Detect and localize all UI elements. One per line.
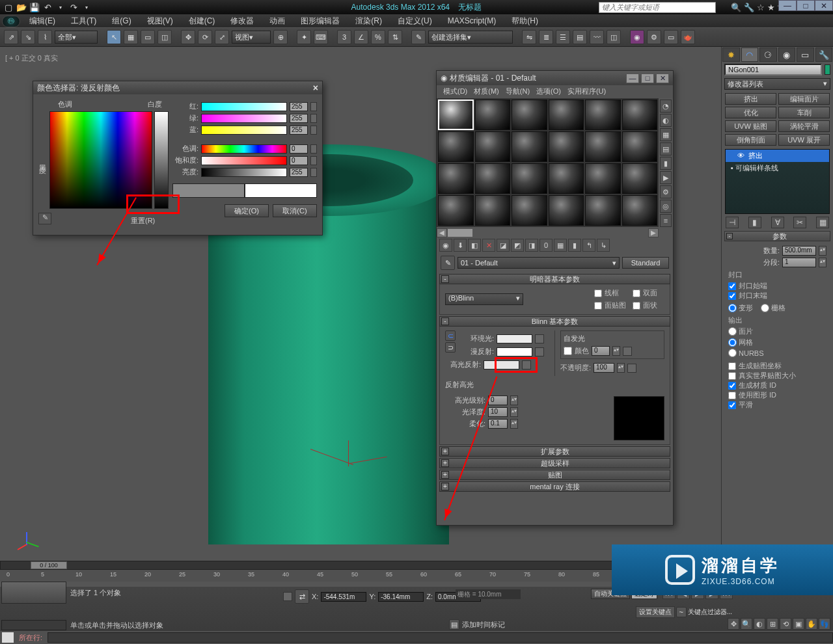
angsnap-icon[interactable]: ∠ — [354, 30, 368, 44]
select-icon[interactable]: ↖ — [107, 30, 121, 44]
fov-icon[interactable]: ◐ — [754, 618, 765, 630]
supersample-rollout[interactable]: +超级采样 — [439, 458, 670, 468]
colorsel-title[interactable]: 颜色选择器: 漫反射颜色× — [33, 81, 322, 94]
backlight-icon[interactable]: ◐ — [660, 114, 672, 127]
diffuse-map-btn[interactable] — [535, 347, 544, 356]
btn-extrude[interactable]: 挤出 — [725, 93, 776, 105]
render-setup-icon[interactable]: ⚙ — [647, 30, 661, 44]
redo-icon[interactable]: ↷ — [68, 1, 79, 13]
assign-mat-icon[interactable]: ◧ — [468, 239, 481, 252]
val-slider[interactable] — [201, 168, 287, 177]
medit-menu-utils[interactable]: 实用程序(U) — [565, 87, 608, 97]
green-value[interactable]: 255 — [290, 114, 308, 123]
layers-icon[interactable]: ☰ — [556, 30, 570, 44]
menu-modifiers[interactable]: 修改器 — [224, 14, 260, 28]
unlink-icon[interactable]: ⇘ — [21, 30, 35, 44]
eyedropper-icon[interactable]: ✎ — [38, 213, 51, 224]
unique-icon[interactable]: ∀ — [771, 217, 784, 228]
colorsel-close-button[interactable]: × — [313, 83, 318, 93]
show-end-icon[interactable]: ▮ — [748, 217, 761, 228]
put-lib-icon[interactable]: ◨ — [525, 239, 538, 252]
keyfilter-button[interactable]: 关键点过滤器... — [688, 608, 732, 617]
medit-min-button[interactable]: — — [626, 74, 639, 83]
sample-slot[interactable] — [622, 100, 658, 130]
material-editor-icon[interactable]: ◉ — [630, 30, 644, 44]
select-name-icon[interactable]: ▦ — [124, 30, 138, 44]
shapeid-check[interactable] — [728, 392, 736, 399]
opacity-spinner[interactable]: 100 — [594, 363, 614, 373]
menu-script[interactable]: MAXScript(M) — [441, 15, 503, 27]
script-listener[interactable] — [1, 620, 66, 630]
close-button[interactable]: ✕ — [815, 0, 833, 11]
manip-icon[interactable]: ✦ — [297, 30, 311, 44]
tab-motion[interactable]: ◉ — [778, 47, 796, 62]
reset-button[interactable]: 重置(R) — [131, 216, 155, 226]
object-name-field[interactable] — [724, 64, 822, 75]
options-icon[interactable]: ⚙ — [660, 185, 672, 198]
red-slider[interactable] — [201, 102, 287, 111]
zoom-icon[interactable]: 🔍 — [741, 618, 752, 630]
search-input[interactable] — [599, 2, 716, 13]
zoom-all-icon[interactable]: ⊞ — [767, 618, 778, 630]
link-icon[interactable]: ⇗ — [4, 30, 18, 44]
out-mesh-radio[interactable] — [728, 338, 737, 347]
tab-create[interactable]: ✸ — [722, 47, 740, 62]
menu-graph[interactable]: 图形编辑器 — [294, 14, 346, 28]
sample-slot[interactable] — [585, 195, 621, 226]
realworld-check[interactable] — [728, 372, 736, 380]
cap-start-check[interactable] — [728, 282, 736, 290]
nsel-icon[interactable]: ✎ — [411, 30, 426, 44]
menu-tools[interactable]: 工具(T) — [64, 14, 103, 28]
minimize-button[interactable]: — — [778, 0, 797, 11]
gloss-spinner[interactable]: 10 — [488, 407, 508, 417]
gizmo[interactable] — [309, 437, 400, 476]
redo-dd-icon[interactable]: ▾ — [81, 1, 92, 13]
sample-slot[interactable] — [475, 100, 511, 130]
max-vp-icon[interactable]: ▣ — [793, 618, 804, 630]
twoside-check[interactable] — [633, 289, 640, 297]
render-frame-icon[interactable]: ▭ — [664, 30, 678, 44]
timetag-icon[interactable]: ▤ — [449, 619, 459, 630]
open-icon[interactable]: 📂 — [16, 1, 27, 13]
sample-slot[interactable] — [475, 163, 511, 194]
menu-custom[interactable]: 自定义(U) — [391, 14, 439, 28]
sample-slot[interactable] — [475, 195, 511, 226]
red-value[interactable]: 255 — [290, 102, 308, 111]
btn-uvwmap[interactable]: UVW 贴图 — [725, 120, 776, 132]
hue-slider[interactable] — [201, 144, 287, 154]
whiteness-slider[interactable] — [154, 111, 169, 209]
btn-turbo[interactable]: 涡轮平滑 — [778, 120, 830, 132]
sample-slot[interactable] — [475, 131, 511, 162]
btn-optimize[interactable]: 优化 — [725, 107, 776, 118]
abs-rel-icon[interactable]: ⇄ — [295, 589, 309, 604]
snap3-icon[interactable]: 3 — [337, 30, 351, 44]
btn-editpatch[interactable]: 编辑面片 — [778, 93, 830, 105]
medit-menu-mode[interactable]: 模式(D) — [441, 87, 470, 97]
gencoord-check[interactable] — [728, 362, 736, 370]
hue-field[interactable] — [49, 111, 152, 209]
modifier-list-select[interactable]: 修改器列表▾ — [724, 78, 830, 90]
pick-icon[interactable]: ✎ — [441, 256, 455, 270]
tab-display[interactable]: ▭ — [797, 47, 814, 62]
window-cross-icon[interactable]: ◫ — [157, 30, 172, 44]
hue-value[interactable]: 0 — [290, 144, 308, 154]
ambient-swatch[interactable] — [497, 334, 532, 343]
green-slider[interactable] — [201, 114, 287, 123]
y-field[interactable] — [378, 592, 424, 602]
sample-slot[interactable] — [585, 100, 621, 130]
go-forward-icon[interactable]: ↳ — [597, 239, 610, 252]
lock-icon[interactable] — [283, 592, 292, 601]
pin-stack-icon[interactable]: ⊣ — [726, 217, 739, 228]
params-rollout-head[interactable]: -参数 — [724, 231, 830, 241]
move-icon[interactable]: ✥ — [181, 30, 195, 44]
script-mini[interactable] — [2, 632, 14, 643]
select-by-mat-icon[interactable]: ◎ — [660, 200, 672, 213]
make-copy-icon[interactable]: ◪ — [497, 239, 510, 252]
star-icon[interactable]: ★ — [767, 3, 775, 12]
uv-icon[interactable]: ▤ — [660, 142, 672, 155]
extended-rollout[interactable]: +扩展参数 — [439, 446, 670, 457]
reset-mat-icon[interactable]: ✕ — [482, 239, 495, 252]
sample-slot[interactable] — [512, 100, 547, 130]
blue-slider[interactable] — [201, 126, 287, 135]
scroll-right-icon[interactable]: ▶ — [648, 228, 659, 237]
